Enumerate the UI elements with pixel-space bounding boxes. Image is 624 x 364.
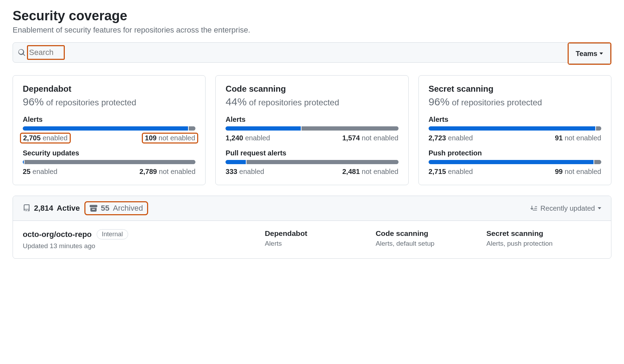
caret-down-icon xyxy=(599,52,603,55)
pr-alerts-bar xyxy=(226,160,398,164)
not-enabled-count: 91 xyxy=(555,134,563,142)
push-protection-label: Push protection xyxy=(429,149,601,157)
highlight-archived: 55 Archived xyxy=(84,201,148,215)
repo-row[interactable]: octo-org/octo-repo Internal Updated 13 m… xyxy=(13,221,611,258)
pct-suffix: of repositories protected xyxy=(46,98,136,107)
alerts-counts: 2,723 enabled 91 not enabled xyxy=(429,134,601,142)
repo-icon xyxy=(23,204,30,212)
card-dependabot: Dependabot 96% of repositories protected… xyxy=(13,75,206,185)
col-title: Secret scanning xyxy=(486,229,601,238)
enabled-count: 2,723 xyxy=(429,134,446,142)
page-subtitle: Enablement of security features for repo… xyxy=(13,26,611,35)
col-sub: Alerts xyxy=(265,240,371,247)
page-title: Security coverage xyxy=(13,8,611,23)
enabled-count: 333 xyxy=(226,168,237,175)
repo-name[interactable]: octo-org/octo-repo xyxy=(23,230,92,239)
not-enabled-count: 2,481 xyxy=(342,168,360,175)
card-pct-row: 96% of repositories protected xyxy=(23,96,195,108)
not-enabled-count: 99 xyxy=(555,168,563,175)
card-pct-row: 96% of repositories protected xyxy=(429,96,601,108)
alerts-counts: 1,240 enabled 1,574 not enabled xyxy=(226,134,398,142)
card-title: Dependabot xyxy=(23,84,195,94)
col-secret-scanning: Secret scanning Alerts, push protection xyxy=(486,229,601,247)
tab-archived[interactable]: 55 Archived xyxy=(90,204,143,213)
pct-value: 96% xyxy=(23,96,44,107)
sort-icon xyxy=(531,205,538,212)
pct-value: 44% xyxy=(226,96,247,107)
repo-header: 2,814 Active 55 Archived Recently update… xyxy=(13,196,611,221)
archived-label: Archived xyxy=(113,204,143,213)
alerts-label: Alerts xyxy=(226,115,398,124)
search-input[interactable] xyxy=(29,48,61,57)
not-enabled-count: 2,789 xyxy=(139,168,157,175)
card-title: Secret scanning xyxy=(429,84,601,94)
repo-panel: 2,814 Active 55 Archived Recently update… xyxy=(13,196,611,259)
pct-suffix: of repositories protected xyxy=(249,98,339,107)
highlight-enabled: 2,705 enabled xyxy=(20,133,71,144)
highlight-not-enabled: 109 not enabled xyxy=(142,133,198,144)
alerts-label: Alerts xyxy=(23,115,195,124)
sort-label: Recently updated xyxy=(540,204,595,212)
pct-value: 96% xyxy=(429,96,450,107)
alerts-counts: 2,705 enabled 109 not enabled xyxy=(23,134,195,142)
security-updates-label: Security updates xyxy=(23,149,195,157)
search-box[interactable] xyxy=(13,42,569,63)
alerts-bar xyxy=(226,126,398,131)
sort-dropdown[interactable]: Recently updated xyxy=(531,204,601,212)
push-protection-bar xyxy=(429,160,601,164)
active-label: Active xyxy=(57,204,80,213)
alerts-label: Alerts xyxy=(429,115,601,124)
col-sub: Alerts, push protection xyxy=(486,240,601,247)
teams-label: Teams xyxy=(576,50,597,58)
push-protection-counts: 2,715 enabled 99 not enabled xyxy=(429,168,601,176)
alerts-bar xyxy=(429,126,601,131)
repo-info: octo-org/octo-repo Internal Updated 13 m… xyxy=(23,229,261,250)
highlight-teams: Teams xyxy=(568,42,611,65)
search-icon xyxy=(18,49,26,56)
caret-down-icon xyxy=(598,207,601,209)
col-title: Dependabot xyxy=(265,229,371,238)
col-dependabot: Dependabot Alerts xyxy=(265,229,371,247)
enabled-count: 2,715 xyxy=(429,168,446,175)
col-sub: Alerts, default setup xyxy=(376,240,482,247)
col-code-scanning: Code scanning Alerts, default setup xyxy=(376,229,482,247)
not-enabled-count: 1,574 xyxy=(342,134,360,142)
card-pct-row: 44% of repositories protected xyxy=(226,96,398,108)
alerts-bar xyxy=(23,126,195,131)
col-title: Code scanning xyxy=(376,229,482,238)
repo-tabs: 2,814 Active 55 Archived xyxy=(23,204,143,213)
card-title: Code scanning xyxy=(226,84,398,94)
tab-active[interactable]: 2,814 Active xyxy=(23,204,80,213)
enabled-count: 25 xyxy=(23,168,30,175)
archive-icon xyxy=(90,204,97,212)
teams-dropdown[interactable]: Teams xyxy=(569,43,610,64)
active-count: 2,814 xyxy=(34,204,53,213)
security-updates-bar xyxy=(23,160,195,164)
pr-alerts-label: Pull request alerts xyxy=(226,149,398,157)
repo-updated: Updated 13 minutes ago xyxy=(23,242,261,250)
search-row: Teams xyxy=(13,42,611,65)
visibility-badge: Internal xyxy=(97,229,128,239)
not-enabled-count: 109 xyxy=(145,134,157,142)
card-secret-scanning: Secret scanning 96% of repositories prot… xyxy=(418,75,611,185)
search-input-rest[interactable] xyxy=(61,48,563,57)
pct-suffix: of repositories protected xyxy=(452,98,542,107)
coverage-cards: Dependabot 96% of repositories protected… xyxy=(13,75,611,185)
security-updates-counts: 25 enabled 2,789 not enabled xyxy=(23,168,195,176)
pr-alerts-counts: 333 enabled 2,481 not enabled xyxy=(226,168,398,176)
archived-count: 55 xyxy=(101,204,109,213)
enabled-count: 1,240 xyxy=(226,134,243,142)
enabled-count: 2,705 xyxy=(23,134,41,142)
card-code-scanning: Code scanning 44% of repositories protec… xyxy=(215,75,408,185)
